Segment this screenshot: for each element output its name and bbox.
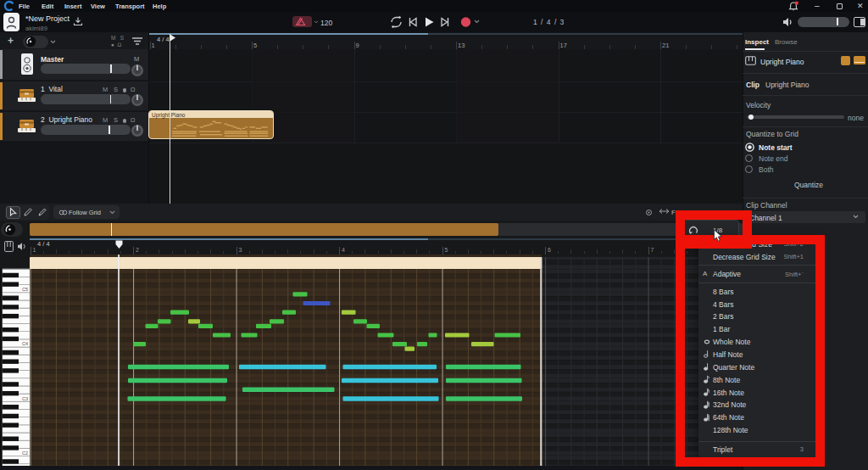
svg-text:C5: C5 [22, 287, 28, 292]
svg-text:C3: C3 [22, 396, 28, 401]
svg-text:C2: C2 [22, 450, 28, 456]
svg-text:C4: C4 [22, 341, 28, 346]
